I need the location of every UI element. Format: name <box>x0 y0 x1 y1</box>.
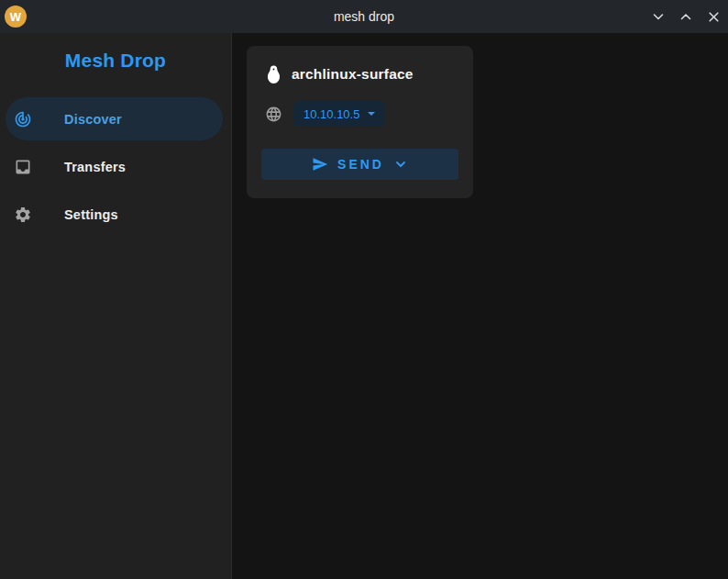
inbox-icon <box>14 158 32 176</box>
sidebar-item-label: Transfers <box>64 160 126 174</box>
device-send-row: SEND <box>261 149 458 180</box>
sidebar-item-label: Discover <box>64 112 122 127</box>
titlebar: W mesh drop <box>0 0 728 33</box>
device-header-row: archlinux-surface <box>261 62 458 86</box>
gear-icon <box>14 206 32 224</box>
sidebar-item-transfers[interactable]: Transfers <box>6 145 223 188</box>
window-content: Mesh Drop Discover Transfers <box>0 33 728 579</box>
chevron-up-icon <box>678 9 693 24</box>
sidebar-item-label: Settings <box>64 207 118 222</box>
send-options-chevron-icon[interactable] <box>393 157 408 172</box>
main-area: archlinux-surface 10.10.10.5 <box>232 33 728 579</box>
sidebar-nav: Discover Transfers Settings <box>0 97 231 236</box>
app-window: W mesh drop Mesh Drop <box>0 0 728 579</box>
close-icon <box>707 10 721 24</box>
linux-penguin-icon <box>261 62 285 86</box>
close-button[interactable] <box>702 6 724 28</box>
sidebar-item-discover[interactable]: Discover <box>6 97 223 140</box>
device-address-row: 10.10.10.5 <box>261 101 458 127</box>
minimize-button[interactable] <box>647 6 669 28</box>
app-title: Mesh Drop <box>0 48 231 73</box>
ip-address-value: 10.10.10.5 <box>303 107 359 121</box>
send-button-label: SEND <box>337 157 384 172</box>
sidebar: Mesh Drop Discover Transfers <box>0 33 232 579</box>
window-title: mesh drop <box>0 9 728 24</box>
window-controls <box>647 6 728 28</box>
device-name: archlinux-surface <box>292 66 414 83</box>
chevron-down-icon <box>651 9 666 24</box>
sidebar-item-settings[interactable]: Settings <box>6 193 223 236</box>
device-card: archlinux-surface 10.10.10.5 <box>247 46 473 198</box>
maximize-button[interactable] <box>675 6 697 28</box>
app-logo-letter: W <box>10 10 21 24</box>
ip-address-dropdown[interactable]: 10.10.10.5 <box>293 101 385 127</box>
app-logo-icon: W <box>5 6 27 28</box>
send-plane-icon <box>312 156 328 173</box>
radar-discover-icon <box>14 110 32 128</box>
globe-icon <box>261 102 285 126</box>
caret-down-icon <box>368 112 375 116</box>
send-button[interactable]: SEND <box>261 149 458 180</box>
